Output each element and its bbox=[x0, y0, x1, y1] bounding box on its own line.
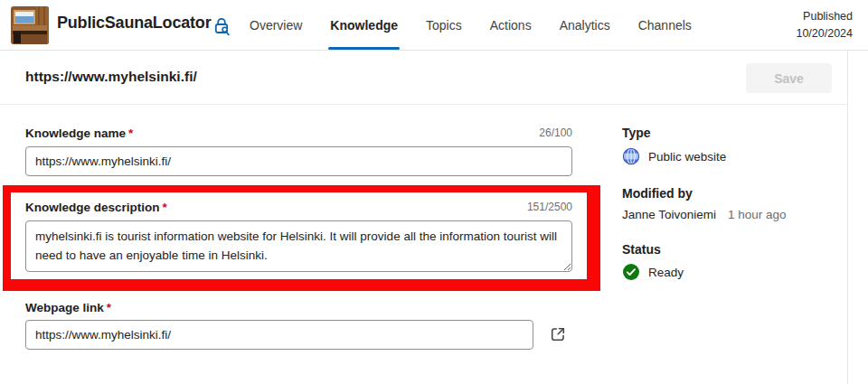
lock-key-icon[interactable] bbox=[211, 15, 232, 37]
status-label: Status bbox=[622, 242, 661, 257]
status-row: Ready bbox=[622, 263, 684, 281]
required-asterisk: * bbox=[107, 301, 111, 314]
top-navigation: Overview Knowledge Topics Actions Analyt… bbox=[248, 0, 693, 51]
type-value: Public website bbox=[648, 150, 726, 164]
knowledge-description-label: Knowledge description* bbox=[25, 201, 167, 214]
webpage-link-label-text: Webpage link bbox=[25, 301, 104, 314]
modified-by-label: Modified by bbox=[622, 186, 693, 201]
tab-actions[interactable]: Actions bbox=[488, 0, 533, 51]
knowledge-description-label-text: Knowledge description bbox=[25, 201, 160, 214]
modified-by-value: Janne Toivoniemi bbox=[622, 208, 716, 221]
tab-actions-label: Actions bbox=[490, 18, 532, 33]
copilot-studio-knowledge-page: PublicSaunaLocator Overview Knowledge To… bbox=[0, 0, 868, 384]
required-asterisk: * bbox=[163, 201, 167, 214]
tab-channels-label: Channels bbox=[638, 18, 692, 33]
tab-knowledge[interactable]: Knowledge bbox=[328, 0, 400, 51]
modified-time-ago: 1 hour ago bbox=[728, 208, 787, 221]
tab-overview-label: Overview bbox=[250, 18, 302, 33]
knowledge-name-label-text: Knowledge name bbox=[25, 126, 126, 140]
status-value: Ready bbox=[648, 266, 684, 279]
modified-by-row: Janne Toivoniemi 1 hour ago bbox=[622, 208, 787, 221]
scroll-gutter-divider bbox=[847, 51, 848, 384]
webpage-link-label: Webpage link* bbox=[25, 301, 111, 314]
type-value-row: Public website bbox=[622, 147, 726, 165]
open-external-link-icon[interactable] bbox=[547, 324, 569, 346]
published-label: Published bbox=[796, 8, 853, 25]
tab-channels[interactable]: Channels bbox=[637, 0, 693, 51]
app-title: PublicSaunaLocator bbox=[57, 14, 211, 33]
page-title-bar: https://www.myhelsinki.fi/ bbox=[0, 51, 847, 105]
tab-analytics[interactable]: Analytics bbox=[558, 0, 612, 51]
required-asterisk: * bbox=[128, 126, 133, 140]
tab-topics-label: Topics bbox=[426, 18, 462, 33]
tab-topics[interactable]: Topics bbox=[424, 0, 464, 51]
published-status: Published 10/20/2024 bbox=[796, 8, 853, 42]
webpage-link-input[interactable] bbox=[25, 320, 533, 350]
app-logo-sauna-icon bbox=[11, 6, 49, 44]
app-header: PublicSaunaLocator Overview Knowledge To… bbox=[0, 0, 868, 51]
check-circle-icon bbox=[622, 263, 640, 281]
tab-overview[interactable]: Overview bbox=[248, 0, 304, 51]
knowledge-description-counter: 151/2500 bbox=[527, 201, 572, 213]
knowledge-name-counter: 26/100 bbox=[539, 126, 572, 139]
knowledge-name-input[interactable] bbox=[25, 146, 572, 176]
save-button[interactable]: Save bbox=[746, 63, 832, 93]
type-label: Type bbox=[622, 126, 651, 140]
globe-icon bbox=[622, 147, 640, 165]
knowledge-description-textarea[interactable]: myhelsinki.fi is tourist information web… bbox=[25, 220, 572, 272]
tab-knowledge-label: Knowledge bbox=[330, 18, 398, 33]
knowledge-name-label: Knowledge name* bbox=[25, 126, 133, 140]
tab-analytics-label: Analytics bbox=[560, 18, 610, 33]
published-date: 10/20/2024 bbox=[796, 25, 853, 42]
page-title: https://www.myhelsinki.fi/ bbox=[25, 69, 197, 85]
